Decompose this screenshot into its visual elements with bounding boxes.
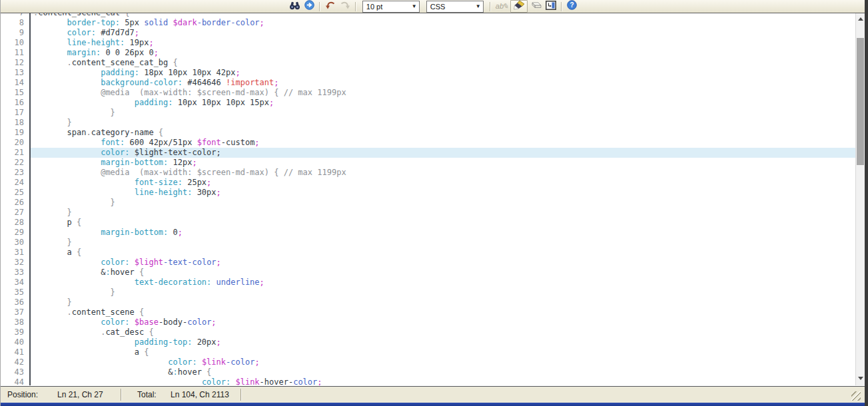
code-text[interactable]: a { — [31, 347, 855, 357]
code-line-13[interactable]: 13 padding: 18px 10px 10px 42px; — [1, 68, 855, 78]
code-line-15[interactable]: 15 @media (max-width: $screen-md-max) { … — [1, 88, 855, 98]
code-line-19[interactable]: 19 span.category-name { — [1, 128, 855, 138]
code-line-41[interactable]: 41 a { — [1, 347, 855, 357]
code-line-35[interactable]: 35 } — [1, 288, 855, 298]
code-line-38[interactable]: 38 color: $base-body-color; — [1, 317, 855, 327]
code-text[interactable]: @media (max-width: $screen-md-max) { // … — [31, 168, 855, 178]
find-button[interactable] — [287, 1, 302, 12]
scrollbar-thumb[interactable] — [857, 38, 864, 165]
code-line-33[interactable]: 33 &:hover { — [1, 268, 855, 278]
code-line-30[interactable]: 30 } — [1, 238, 855, 248]
code-line-22[interactable]: 22 margin-bottom: 12px; — [1, 158, 855, 168]
eraser-button[interactable] — [528, 1, 544, 12]
code-line-44[interactable]: 44 color: $link-hover-color; — [1, 377, 855, 385]
redo-button[interactable] — [338, 1, 352, 12]
code-line-14[interactable]: 14 background-color: #464646 !important; — [1, 78, 855, 88]
code-line-34[interactable]: 34 text-decoration: underline; — [1, 278, 855, 288]
font-size-dropdown[interactable]: 10 pt ▼ — [362, 1, 420, 13]
panel-toggle-button[interactable] — [544, 1, 558, 12]
scroll-up-arrow-icon[interactable] — [858, 17, 863, 21]
code-line-27[interactable]: 27 } — [1, 208, 855, 218]
go-button[interactable] — [302, 1, 316, 12]
code-text[interactable]: } — [31, 208, 855, 218]
code-text[interactable]: margin: 0 0 26px 0; — [31, 48, 855, 58]
code-line-39[interactable]: 39 .cat_desc { — [1, 327, 855, 337]
code-text[interactable]: line-height: 30px; — [31, 188, 855, 198]
line-number: 29 — [1, 228, 31, 238]
code-line-21[interactable]: 21 color: $light-text-color; — [1, 148, 855, 158]
code-text[interactable]: .content_scene { — [31, 307, 855, 317]
code-line-10[interactable]: 10 line-height: 19px; — [1, 38, 855, 48]
code-line-43[interactable]: 43 &:hover { — [1, 367, 855, 377]
code-text[interactable]: border-top: 5px solid $dark-border-color… — [31, 18, 855, 28]
code-text[interactable]: color: $link-color; — [31, 357, 855, 367]
code-text[interactable]: } — [31, 198, 855, 208]
code-text[interactable]: &:hover { — [31, 268, 855, 278]
code-text[interactable]: a { — [31, 248, 855, 258]
line-number: 7 — [1, 13, 31, 18]
code-text[interactable]: text-decoration: underline; — [31, 278, 855, 288]
syntax-dropdown[interactable]: CSS ▼ — [426, 1, 484, 13]
code-line-7[interactable]: 7.content_scene_cat { — [1, 13, 855, 18]
code-text[interactable]: &:hover { — [31, 367, 855, 377]
code-line-29[interactable]: 29 margin-bottom: 0; — [1, 228, 855, 238]
code-line-18[interactable]: 18 } — [1, 118, 855, 128]
code-line-17[interactable]: 17 } — [1, 108, 855, 118]
spell-check-button[interactable]: ab✎ — [494, 1, 510, 12]
code-text[interactable]: background-color: #464646 !important; — [31, 78, 855, 88]
code-text[interactable]: } — [31, 108, 855, 118]
line-number: 22 — [1, 158, 31, 168]
code-line-26[interactable]: 26 } — [1, 198, 855, 208]
code-text[interactable]: } — [31, 298, 855, 307]
format-brush-button[interactable] — [510, 0, 528, 13]
toolbar-separator — [561, 2, 562, 11]
code-text[interactable]: margin-bottom: 12px; — [31, 158, 855, 168]
code-text[interactable]: padding-top: 20px; — [31, 337, 855, 347]
code-text[interactable]: margin-bottom: 0; — [31, 228, 855, 238]
code-line-23[interactable]: 23 @media (max-width: $screen-md-max) { … — [1, 168, 855, 178]
vertical-scrollbar[interactable] — [855, 13, 865, 385]
code-line-11[interactable]: 11 margin: 0 0 26px 0; — [1, 48, 855, 58]
code-line-9[interactable]: 9 color: #d7d7d7; — [1, 28, 855, 38]
code-line-36[interactable]: 36 } — [1, 298, 855, 307]
code-line-25[interactable]: 25 line-height: 30px; — [1, 188, 855, 198]
line-number: 21 — [1, 148, 31, 158]
code-text[interactable]: font: 600 42px/51px $font-custom; — [31, 138, 855, 148]
code-line-31[interactable]: 31 a { — [1, 248, 855, 258]
code-text[interactable]: line-height: 19px; — [31, 38, 855, 48]
code-line-24[interactable]: 24 font-size: 25px; — [1, 178, 855, 188]
code-text[interactable]: .content_scene_cat_bg { — [31, 58, 855, 68]
code-text[interactable]: color: $light-text-color; — [31, 258, 855, 268]
code-line-37[interactable]: 37 .content_scene { — [1, 307, 855, 317]
code-text[interactable]: .cat_desc { — [31, 327, 855, 337]
code-text[interactable]: p { — [31, 218, 855, 228]
code-line-40[interactable]: 40 padding-top: 20px; — [1, 337, 855, 347]
code-text[interactable]: .content_scene_cat { — [31, 13, 855, 18]
code-area[interactable]: 7.content_scene_cat {8 border-top: 5px s… — [1, 13, 855, 385]
code-line-20[interactable]: 20 font: 600 42px/51px $font-custom; — [1, 138, 855, 148]
code-line-32[interactable]: 32 color: $light-text-color; — [1, 258, 855, 268]
window-bottom-edge — [1, 403, 868, 406]
code-line-16[interactable]: 16 padding: 10px 10px 10px 15px; — [1, 98, 855, 108]
help-button[interactable]: ? — [565, 1, 579, 12]
code-line-28[interactable]: 28 p { — [1, 218, 855, 228]
code-text[interactable]: color: $base-body-color; — [31, 317, 855, 327]
code-text[interactable]: padding: 18px 10px 10px 42px; — [31, 68, 855, 78]
code-editor[interactable]: 7.content_scene_cat {8 border-top: 5px s… — [1, 13, 855, 385]
code-text[interactable]: color: $light-text-color; — [31, 148, 855, 158]
code-text[interactable]: } — [31, 118, 855, 128]
code-text[interactable]: span.category-name { — [31, 128, 855, 138]
code-text[interactable]: } — [31, 238, 855, 248]
scroll-down-arrow-icon[interactable] — [858, 377, 863, 380]
code-text[interactable]: padding: 10px 10px 10px 15px; — [31, 98, 855, 108]
code-line-12[interactable]: 12 .content_scene_cat_bg { — [1, 58, 855, 68]
resize-grip[interactable] — [851, 391, 861, 401]
code-line-42[interactable]: 42 color: $link-color; — [1, 357, 855, 367]
code-text[interactable]: font-size: 25px; — [31, 178, 855, 188]
code-line-8[interactable]: 8 border-top: 5px solid $dark-border-col… — [1, 18, 855, 28]
undo-button[interactable] — [323, 1, 338, 12]
code-text[interactable]: @media (max-width: $screen-md-max) { // … — [31, 88, 855, 98]
code-text[interactable]: color: $link-hover-color; — [31, 377, 855, 385]
code-text[interactable]: } — [31, 288, 855, 298]
code-text[interactable]: color: #d7d7d7; — [31, 28, 855, 38]
